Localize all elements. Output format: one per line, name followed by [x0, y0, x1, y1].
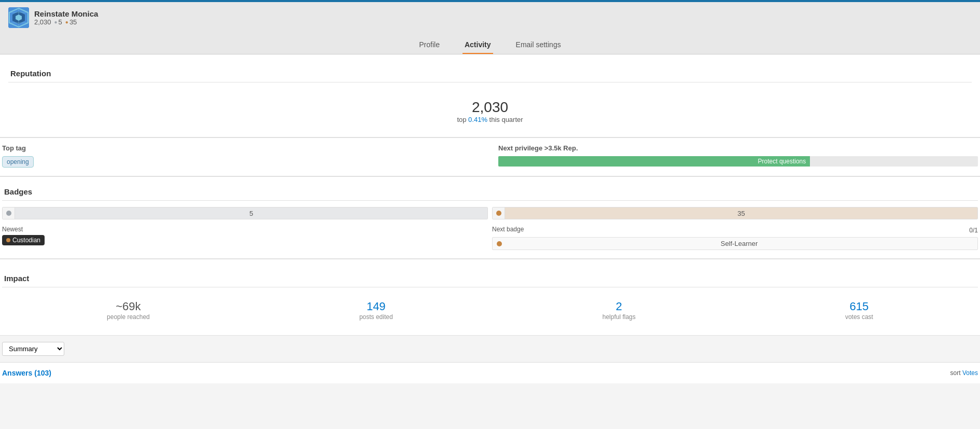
tab-profile[interactable]: Profile — [417, 36, 442, 54]
username: Reinstate Monica — [34, 9, 98, 18]
next-badge-col: Next badge 0/1 Self-Learner — [492, 226, 978, 250]
answers-sort: sort Votes — [950, 369, 978, 377]
privilege-label: Protect questions — [758, 158, 806, 165]
bronze-bar-wrap: 35 — [492, 207, 978, 219]
next-privilege-header: Next privilege >3.5k Rep. — [498, 144, 978, 152]
bronze-badge-count: 35 — [65, 18, 77, 26]
silver-badge-bar: 5 — [2, 207, 488, 219]
next-badge-row: Self-Learner — [492, 237, 978, 250]
silver-bar-wrap: 5 — [2, 207, 488, 219]
user-rep-row: 2,030 5 35 — [34, 18, 98, 26]
bronze-dot-icon — [496, 211, 501, 216]
avatar — [8, 7, 29, 28]
rep-number: 2,030 — [34, 18, 51, 26]
posts-edited-stat: 149 posts edited — [359, 300, 393, 321]
reputation-section-header: Reputation — [8, 63, 972, 82]
bronze-bar-inner: 35 — [505, 207, 977, 219]
summary-select[interactable]: Summary Answers Questions Tags Badges Bo… — [2, 342, 64, 356]
badges-newest-next-row: Newest Custodian Next badge 0/1 Self-Lea… — [2, 226, 978, 250]
sort-label: sort — [950, 369, 961, 377]
bronze-dot-container — [493, 207, 505, 219]
bronze-count: 35 — [737, 210, 745, 217]
bronze-badge-bar: 35 — [492, 207, 978, 219]
silver-bar-inner: 5 — [15, 207, 487, 219]
silver-dot-container — [3, 207, 15, 219]
votes-cast-stat: 615 votes cast — [845, 300, 873, 321]
rep-rank: top 0.41% this quarter — [8, 116, 972, 123]
tab-activity[interactable]: Activity — [463, 36, 493, 54]
answers-section: Answers (103) sort Votes — [0, 363, 980, 383]
next-badge-progress: 0/1 — [969, 227, 978, 234]
impact-section-header: Impact — [2, 268, 978, 287]
impact-section: Impact ~69k people reached 149 posts edi… — [0, 259, 980, 336]
people-reached-label: people reached — [107, 313, 150, 321]
next-badge-label: Next badge — [492, 226, 524, 233]
helpful-flags-label: helpful flags — [603, 313, 636, 321]
posts-edited-number: 149 — [367, 300, 386, 313]
top-tag-privilege-row: Top tag opening Next privilege >3.5k Rep… — [0, 138, 980, 176]
next-badge-dot-icon — [497, 241, 502, 246]
top-tag-col: Top tag opening — [0, 138, 490, 168]
next-privilege-col: Next privilege >3.5k Rep. Protect questi… — [490, 138, 980, 168]
votes-cast-number: 615 — [850, 300, 869, 313]
badges-section: Badges 5 — [0, 177, 980, 259]
newest-badge-label: Newest — [2, 226, 488, 233]
answers-header: Answers (103) sort Votes — [2, 369, 978, 377]
user-details: Reinstate Monica 2,030 5 35 — [34, 9, 98, 26]
people-reached-stat: ~69k people reached — [107, 300, 150, 321]
silver-count: 5 — [249, 210, 253, 217]
privilege-progress-fill: Protect questions — [498, 156, 810, 167]
next-badge-header: Next badge 0/1 — [492, 226, 978, 235]
rep-big-number: 2,030 — [8, 99, 972, 116]
tab-email-settings[interactable]: Email settings — [514, 36, 563, 54]
main-content: Reputation 2,030 top 0.41% this quarter … — [0, 54, 980, 383]
silver-badge-count: 5 — [54, 18, 62, 26]
people-reached-number: ~69k — [116, 300, 141, 313]
helpful-flags-number: 2 — [616, 300, 622, 313]
reputation-section: Reputation 2,030 top 0.41% this quarter — [0, 54, 980, 137]
privilege-progress-bar: Protect questions — [498, 156, 978, 167]
nav-tabs: Profile Activity Email settings — [8, 32, 972, 54]
summary-dropdown-row: Summary Answers Questions Tags Badges Bo… — [2, 342, 978, 356]
badges-bars: 5 35 — [2, 207, 978, 219]
user-info: Reinstate Monica 2,030 5 35 — [8, 7, 972, 32]
silver-dot-icon — [6, 211, 11, 216]
sort-votes-link[interactable]: Votes — [962, 369, 978, 377]
header: Reinstate Monica 2,030 5 35 Profile Acti… — [0, 2, 980, 54]
newest-badge-dot — [6, 238, 10, 242]
top-tag-header: Top tag — [2, 144, 482, 152]
rep-center: 2,030 top 0.41% this quarter — [8, 89, 972, 129]
rep-rank-link[interactable]: 0.41% — [468, 116, 487, 123]
next-badge-name: Self-Learner — [505, 240, 973, 247]
newest-badge-pill: Custodian — [2, 235, 45, 245]
answers-title[interactable]: Answers (103) — [2, 369, 51, 377]
newest-badge-name: Custodian — [12, 237, 40, 244]
top-tag-pill[interactable]: opening — [2, 156, 34, 168]
posts-edited-label: posts edited — [359, 313, 393, 321]
newest-badge-col: Newest Custodian — [2, 226, 488, 250]
impact-stats: ~69k people reached 149 posts edited 2 h… — [2, 294, 978, 327]
votes-cast-label: votes cast — [845, 313, 873, 321]
summary-section: Summary Answers Questions Tags Badges Bo… — [0, 336, 980, 363]
helpful-flags-stat: 2 helpful flags — [603, 300, 636, 321]
badges-section-header: Badges — [2, 181, 978, 201]
